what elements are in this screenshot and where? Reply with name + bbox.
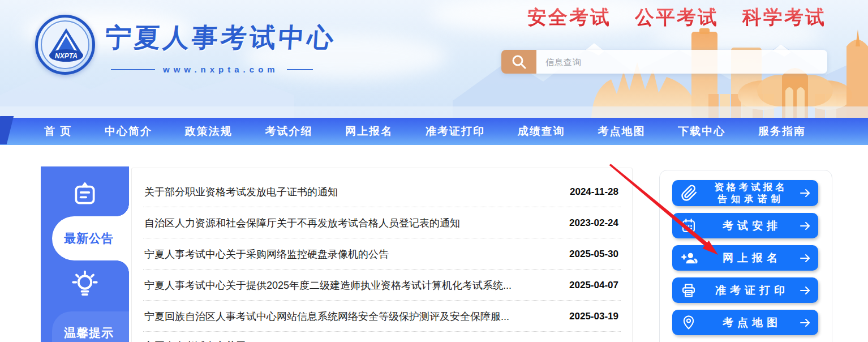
search-bar	[501, 50, 827, 74]
sidebar-item-label: 最新公告	[64, 230, 114, 246]
nav-item-policies[interactable]: 政策法规	[185, 124, 233, 139]
arrow-right-icon	[800, 318, 811, 327]
quick-link-admission-ticket-print[interactable]: 准考证打印	[672, 277, 818, 303]
quick-link-label: 准考证打印	[702, 283, 789, 298]
announcement-row: 自治区人力资源和社会保障厅关于不再发放考试合格人员登记表的通知 2023-02-…	[132, 207, 632, 238]
announcement-row: 宁夏人事考试中心关于采购网络监控硬盘录像机的公告 2025-05-30	[132, 238, 632, 270]
announcement-title-link[interactable]: 宁夏人事考试中心关于提供2025年度二级建造师执业资格考试计算机化考试系统...	[144, 279, 512, 292]
announcement-title-link[interactable]: 宁夏人事考试中心关于…	[144, 339, 256, 342]
announcement-row: 宁夏回族自治区人事考试中心网站信息系统网络安全等级保护测评及安全保障服... 2…	[132, 301, 632, 332]
quick-link-label-line2: 告知承诺制	[717, 193, 784, 205]
announcement-row: 宁夏人事考试中心关于提供2025年度二级建造师执业资格考试计算机化考试系统...…	[132, 270, 632, 301]
slogan-safe: 安全考试	[527, 5, 611, 31]
slogan-fair: 公平考试	[635, 5, 719, 31]
printer-icon	[681, 283, 697, 298]
site-url-row: www.nxpta.com	[111, 65, 336, 74]
arrow-right-icon	[800, 189, 811, 198]
slogan-scientific: 科学考试	[742, 5, 826, 31]
arrow-right-icon	[800, 254, 811, 263]
nav-item-exam-site-map[interactable]: 考点地图	[598, 124, 645, 139]
announcement-row-partial: 宁夏人事考试中心关于…	[132, 332, 632, 342]
sidebar-item-label: 温馨提示	[64, 325, 114, 341]
quick-link-registration-commitment[interactable]: 资格考试报名 告知承诺制	[672, 180, 818, 206]
sidebar-item-latest-announcements[interactable]: 最新公告	[52, 216, 129, 260]
calendar-icon	[681, 218, 697, 234]
quick-link-online-registration[interactable]: 网上报名	[672, 245, 818, 271]
url-dash-left	[111, 69, 155, 70]
nxpta-logo-emblem: NXPTA	[41, 20, 89, 69]
quick-link-label: 网上报名	[709, 251, 781, 266]
arrow-right-icon	[800, 221, 811, 230]
announcement-title-link[interactable]: 自治区人力资源和社会保障厅关于不再发放考试合格人员登记表的通知	[144, 216, 460, 230]
quick-link-exam-schedule[interactable]: 考试安排	[672, 213, 818, 238]
user-plus-icon	[681, 250, 698, 266]
quick-link-label-line1: 资格考试报名	[715, 181, 788, 193]
header-slogan: 安全考试 公平考试 科学考试	[527, 5, 826, 31]
announcement-title-link[interactable]: 关于部分职业资格考试发放电子证书的通知	[144, 185, 338, 199]
announcement-date: 2023-02-24	[569, 217, 618, 229]
nav-item-exam-intro[interactable]: 考试介绍	[265, 124, 312, 139]
lightbulb-icon	[41, 270, 129, 300]
announcement-date: 2025-03-19	[569, 311, 618, 322]
quick-links-panel: 资格考试报名 告知承诺制 考试安排	[659, 170, 832, 342]
page: NXPTA 宁夏人事考试中心 www.nxpta.com 安全考试 公平考试 科…	[0, 0, 868, 342]
search-input[interactable]	[536, 50, 827, 74]
arrow-right-icon	[800, 286, 811, 295]
link-icon	[681, 185, 698, 202]
main-nav: 首 页 中心简介 政策法规 考试介绍 网上报名 准考证打印 成绩查询 考点地图 …	[0, 118, 868, 145]
nav-item-center-intro[interactable]: 中心简介	[105, 124, 152, 139]
announcement-date: 2025-05-30	[569, 249, 618, 260]
quick-link-label: 考试安排	[709, 219, 781, 233]
quick-link-label: 考点地图	[709, 315, 781, 330]
announcement-row: 关于部分职业资格考试发放电子证书的通知 2024-11-28	[132, 176, 632, 207]
site-title: 宁夏人事考试中心	[104, 20, 337, 55]
nav-item-online-registration[interactable]: 网上报名	[345, 124, 393, 139]
nav-item-service-guide[interactable]: 服务指南	[758, 124, 806, 139]
search-button[interactable]	[501, 50, 536, 74]
nxpta-logo[interactable]: NXPTA	[35, 15, 95, 75]
nav-item-score-query[interactable]: 成绩查询	[518, 124, 565, 139]
announcement-list: 关于部分职业资格考试发放电子证书的通知 2024-11-28 自治区人力资源和社…	[131, 168, 633, 342]
svg-text:NXPTA: NXPTA	[55, 52, 78, 60]
nav-item-home[interactable]: 首 页	[44, 124, 72, 139]
url-dash-right	[287, 69, 313, 70]
map-pin-icon	[681, 315, 697, 331]
site-header: NXPTA 宁夏人事考试中心 www.nxpta.com 安全考试 公平考试 科…	[0, 0, 868, 118]
nav-item-admission-ticket-print[interactable]: 准考证打印	[426, 124, 485, 139]
notice-clipboard-icon	[41, 179, 129, 208]
announcement-date: 2024-11-28	[570, 186, 618, 198]
announcement-title-link[interactable]: 宁夏回族自治区人事考试中心网站信息系统网络安全等级保护测评及安全保障服...	[144, 310, 509, 323]
site-title-block: 宁夏人事考试中心 www.nxpta.com	[105, 20, 336, 74]
sidebar: 最新公告 温馨提示	[41, 166, 129, 342]
sidebar-item-friendly-tips[interactable]: 温馨提示	[52, 311, 129, 342]
site-url: www.nxpta.com	[163, 65, 279, 74]
announcement-date: 2025-04-07	[569, 280, 618, 291]
quick-link-exam-site-map[interactable]: 考点地图	[672, 310, 818, 335]
announcement-title-link[interactable]: 宁夏人事考试中心关于采购网络监控硬盘录像机的公告	[144, 247, 389, 261]
search-icon	[511, 54, 527, 70]
nav-item-download-center[interactable]: 下载中心	[678, 124, 725, 139]
